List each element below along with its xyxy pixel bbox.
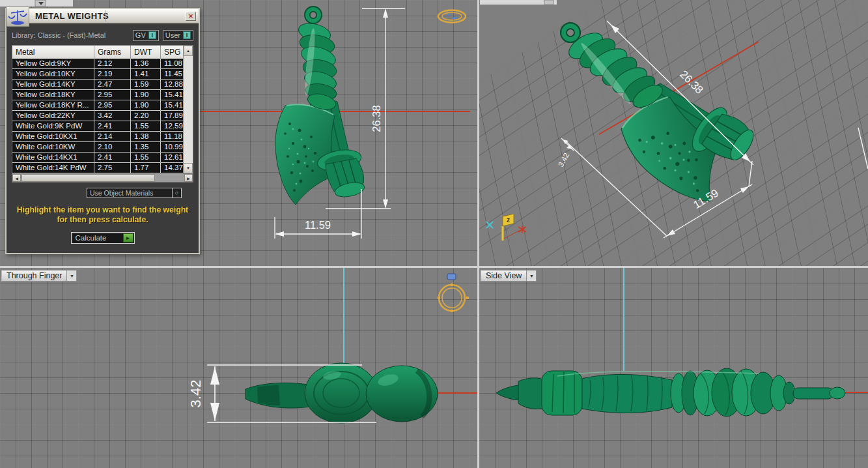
instruction-line-1: Highlight the item you want to find the … bbox=[12, 205, 193, 215]
cell-metal: White Gold:14KX1 bbox=[12, 153, 94, 162]
viewport-label-text: Side View bbox=[486, 271, 526, 280]
table-row[interactable]: Yellow Gold:18KY R...2.951.9015.41 bbox=[12, 100, 193, 111]
column-header-grams: Grams bbox=[94, 46, 131, 59]
scroll-down-icon[interactable]: ▼ bbox=[184, 163, 193, 173]
cell-grams: 2.75 bbox=[94, 163, 131, 173]
cell-dwt: 1.35 bbox=[131, 142, 161, 152]
scroll-right-icon[interactable]: ▶ bbox=[184, 174, 193, 182]
table-header-row: Metal Grams DWT SPG bbox=[12, 46, 193, 59]
dimension-width-label: 11.59 bbox=[305, 219, 331, 231]
dimension-length-label: 26.38 bbox=[677, 68, 706, 96]
cell-metal: White Gold:14K PdW bbox=[12, 163, 94, 173]
gv-button[interactable]: GV I bbox=[133, 30, 159, 41]
instruction-text: Highlight the item you want to find the … bbox=[12, 205, 193, 224]
z-axis-label: z bbox=[507, 216, 510, 224]
table-row[interactable]: White Gold:14KX12.411.5512.61 bbox=[12, 153, 193, 163]
viewport-label-text: Through Finger bbox=[7, 271, 66, 280]
cell-grams: 2.10 bbox=[94, 142, 131, 152]
use-object-materials-button[interactable]: Use Object Materials ○ bbox=[87, 188, 182, 198]
user-button[interactable]: User I bbox=[163, 30, 193, 41]
table-row[interactable]: Yellow Gold:18KY2.951.9015.41 bbox=[12, 90, 193, 100]
cell-dwt: 2.20 bbox=[131, 111, 161, 121]
cell-metal: Yellow Gold:10KY bbox=[12, 69, 94, 79]
dialog-titlebar[interactable]: METAL WEIGHTS ✕ bbox=[7, 9, 199, 23]
library-label: Library: Classic - (Fast)-Metal bbox=[12, 31, 129, 39]
viewport-side[interactable]: Side View ▼ bbox=[479, 268, 868, 468]
viewport-through-finger[interactable]: 3.42 Through Finger ▼ bbox=[0, 268, 477, 468]
table-row[interactable]: White Gold:10KX12.141.3811.18 bbox=[12, 132, 193, 142]
column-header-metal: Metal bbox=[12, 46, 94, 59]
cell-grams: 2.14 bbox=[94, 132, 131, 141]
table-row[interactable]: Yellow Gold:14KY2.471.5912.88 bbox=[12, 80, 193, 90]
cell-metal: White Gold:9K PdW bbox=[12, 121, 94, 131]
cell-dwt: 1.55 bbox=[131, 153, 161, 162]
scale-icon bbox=[6, 7, 29, 27]
metal-weights-dialog: METAL WEIGHTS ✕ Library: Classic - (Fast… bbox=[5, 8, 200, 254]
dimension-depth-label: 3.42 bbox=[188, 380, 204, 408]
ring-indicator-icon bbox=[438, 10, 466, 23]
calculate-button[interactable]: Calculate ► bbox=[71, 232, 135, 244]
dimension-depth-label: 3.42 bbox=[557, 151, 570, 168]
chevron-down-icon[interactable]: ▼ bbox=[526, 271, 536, 281]
cell-metal: Yellow Gold:22KY bbox=[12, 111, 94, 121]
axe-pendant-top[interactable] bbox=[245, 363, 438, 423]
cell-grams: 3.42 bbox=[94, 111, 131, 121]
perspective-view-tab-partial[interactable] bbox=[480, 0, 557, 5]
dimension-depth bbox=[561, 138, 574, 151]
front-view-tab-partial[interactable] bbox=[0, 0, 73, 7]
ring-indicator-icon bbox=[438, 274, 469, 312]
user-button-label: User bbox=[165, 31, 180, 39]
user-toggle-icon[interactable]: I bbox=[183, 31, 191, 39]
table-row[interactable]: White Gold:14K PdW2.751.7714.37 bbox=[12, 163, 193, 173]
column-header-dwt: DWT bbox=[131, 46, 161, 59]
viewport-label-through-finger[interactable]: Through Finger ▼ bbox=[1, 270, 77, 282]
cell-dwt: 1.38 bbox=[131, 132, 161, 141]
cell-grams: 2.47 bbox=[94, 80, 131, 89]
gv-toggle-icon[interactable]: I bbox=[148, 31, 156, 39]
scroll-left-icon[interactable]: ◀ bbox=[12, 174, 21, 182]
horizontal-scrollbar[interactable]: ◀ ▶ bbox=[12, 174, 193, 183]
scrollbar-thumb[interactable] bbox=[21, 174, 155, 182]
axe-pendant-front[interactable] bbox=[275, 7, 366, 205]
dimension-height-label: 26.38 bbox=[371, 105, 382, 132]
titlebar-divider bbox=[105, 10, 106, 22]
table-row[interactable]: Yellow Gold:22KY3.422.2017.89 bbox=[12, 111, 193, 121]
cell-dwt: 1.41 bbox=[131, 69, 161, 79]
table-row[interactable]: Yellow Gold:10KY2.191.4111.45 bbox=[12, 69, 193, 80]
cell-metal: White Gold:10KW bbox=[12, 142, 94, 152]
table-row[interactable]: Yellow Gold:9KY2.121.3611.08 bbox=[12, 59, 193, 69]
cell-dwt: 1.55 bbox=[131, 121, 161, 131]
scroll-up-icon[interactable]: ▲ bbox=[184, 46, 193, 56]
cell-dwt: 1.90 bbox=[131, 100, 161, 110]
vertical-scrollbar[interactable]: ▲ ▼ bbox=[183, 46, 193, 173]
cell-metal: Yellow Gold:18KY R... bbox=[12, 100, 94, 110]
calculate-arrow-icon: ► bbox=[123, 233, 133, 242]
cell-dwt: 1.90 bbox=[131, 90, 161, 100]
cell-grams: 2.41 bbox=[94, 153, 131, 162]
axe-pendant-perspective[interactable] bbox=[533, 0, 767, 218]
cell-dwt: 1.77 bbox=[131, 163, 161, 173]
calculate-button-label: Calculate bbox=[72, 234, 123, 242]
cell-metal: White Gold:10KX1 bbox=[12, 132, 94, 141]
axe-pendant-side[interactable] bbox=[496, 368, 845, 417]
cell-metal: Yellow Gold:14KY bbox=[12, 80, 94, 89]
table-row[interactable]: White Gold:10KW2.101.3510.99 bbox=[12, 142, 193, 153]
cell-metal: Yellow Gold:18KY bbox=[12, 90, 94, 100]
use-object-materials-label: Use Object Materials bbox=[87, 189, 172, 197]
cell-metal: Yellow Gold:9KY bbox=[12, 59, 94, 68]
cell-grams: 2.19 bbox=[94, 69, 131, 79]
chevron-down-icon[interactable]: ▼ bbox=[66, 271, 76, 281]
cell-grams: 2.12 bbox=[94, 59, 131, 68]
materials-toggle-icon[interactable]: ○ bbox=[172, 188, 181, 197]
viewport-label-side-view[interactable]: Side View ▼ bbox=[481, 270, 537, 282]
viewport-perspective[interactable]: 26.38 11.59 3.42 bbox=[479, 0, 868, 266]
cell-dwt: 1.36 bbox=[131, 59, 161, 68]
scrollbar-track[interactable] bbox=[155, 174, 184, 182]
cell-grams: 2.95 bbox=[94, 100, 131, 110]
table-row[interactable]: White Gold:9K PdW2.411.5512.59 bbox=[12, 121, 193, 132]
instruction-line-2: for then press calculate. bbox=[12, 215, 193, 225]
cell-dwt: 1.59 bbox=[131, 80, 161, 89]
close-icon[interactable]: ✕ bbox=[186, 12, 196, 21]
cplane-axis-gizmo: z bbox=[486, 214, 526, 241]
gv-button-label: GV bbox=[135, 31, 146, 39]
